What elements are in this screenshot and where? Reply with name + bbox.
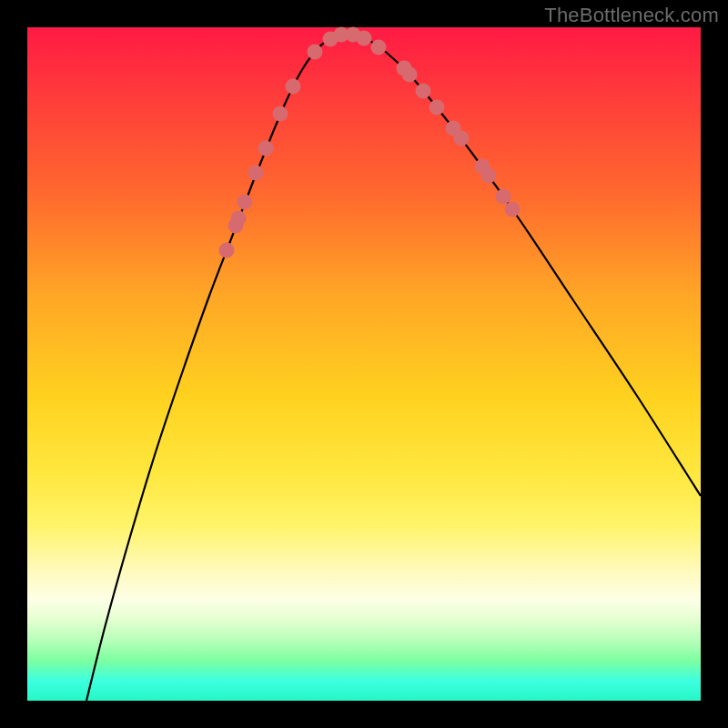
curve-dot — [286, 79, 301, 95]
curve-dot — [505, 202, 521, 217]
curve-dot — [416, 84, 431, 99]
curve-dot — [308, 45, 323, 60]
curve-dot — [258, 141, 274, 157]
watermark-label: TheBottleneck.com — [544, 4, 719, 27]
curve-dot — [248, 166, 264, 181]
curve-dot — [238, 195, 253, 210]
curve-dot — [357, 31, 372, 46]
plot-area — [27, 27, 701, 701]
curve-dot — [231, 211, 247, 227]
curve-markers — [219, 27, 521, 258]
curve-dot — [371, 40, 387, 56]
curve-dot — [430, 100, 445, 116]
curve-dot — [273, 106, 288, 122]
curve-dot — [402, 67, 418, 83]
bottleneck-curve — [86, 34, 701, 701]
curve-dot — [454, 131, 470, 147]
chart-frame: TheBottleneck.com — [0, 0, 728, 728]
curve-dot — [496, 189, 511, 205]
curve-svg — [27, 27, 701, 701]
curve-dot — [481, 168, 497, 184]
curve-dot — [219, 243, 235, 258]
